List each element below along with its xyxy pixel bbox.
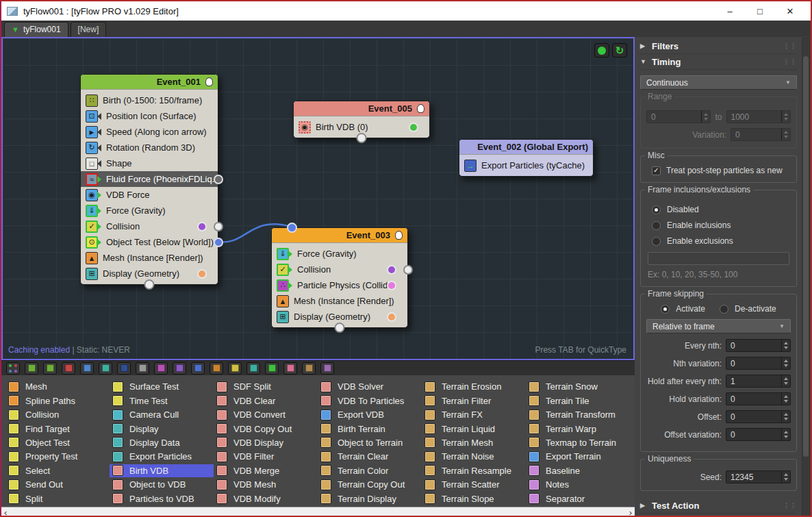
depot-item[interactable]: VDB Solver xyxy=(318,380,422,393)
value-spinner[interactable]: 0 xyxy=(726,339,791,352)
value-spinner[interactable]: 0 xyxy=(726,357,791,370)
depot-item[interactable]: VDB Copy Out xyxy=(214,422,318,435)
depot-item[interactable]: Property Test xyxy=(5,450,110,463)
depot-item[interactable]: Notes xyxy=(526,478,630,491)
event-node-header[interactable]: Event_005 xyxy=(294,101,429,116)
enable-inclusions-radio[interactable] xyxy=(652,221,661,230)
depot-item[interactable]: Terrain Copy Out xyxy=(318,478,422,491)
operator-row[interactable]: □Shape xyxy=(81,155,218,171)
maximize-button[interactable]: □ xyxy=(745,2,775,20)
range-to-spinner[interactable]: 1000 xyxy=(726,110,791,123)
operator-output-port[interactable] xyxy=(409,123,418,132)
depot-category-button[interactable] xyxy=(99,362,112,375)
tab-new[interactable]: [New] xyxy=(71,22,107,37)
operator-row[interactable]: ∴Particle Physics (Collid... xyxy=(272,277,407,293)
event-output-port[interactable] xyxy=(214,175,223,184)
depot-item[interactable]: Mesh xyxy=(5,380,110,393)
depot-item[interactable]: Export VDB xyxy=(318,408,422,421)
depot-horizontal-scrollbar[interactable]: ‹ › xyxy=(1,507,635,517)
depot-item[interactable]: Select xyxy=(5,464,110,477)
depot-item[interactable]: Birth Terrain xyxy=(318,422,422,435)
depot-item[interactable]: Terrain Filter xyxy=(422,394,526,407)
depot-item[interactable]: Birth VDB xyxy=(110,464,214,477)
frames-list-input[interactable] xyxy=(648,252,789,265)
operator-row[interactable]: ⊡Position Icon (Surface) xyxy=(81,108,218,124)
depot-category-button[interactable] xyxy=(154,362,168,375)
spinner-arrows-icon[interactable] xyxy=(781,375,790,387)
spinner-arrows-icon[interactable] xyxy=(781,129,790,140)
depot-item[interactable]: Find Target xyxy=(5,422,110,435)
operator-output-port[interactable] xyxy=(197,222,207,231)
depot-item[interactable]: SDF Split xyxy=(214,380,318,393)
depot-category-button[interactable] xyxy=(210,362,223,375)
event-node[interactable]: Event_003⇓Force (Gravity)✓Collision∴Part… xyxy=(271,227,408,328)
operator-output-port[interactable] xyxy=(387,281,396,290)
operator-row[interactable]: ∷Birth (0-1500: 150/frame) xyxy=(81,92,218,108)
node-editor-canvas[interactable]: Event_001∷Birth (0-1500: 150/frame)⊡Posi… xyxy=(1,37,635,360)
depot-item[interactable]: Terrain Tile xyxy=(526,394,630,407)
minimize-button[interactable]: – xyxy=(715,2,745,20)
depot-category-button[interactable] xyxy=(117,362,131,375)
operator-row[interactable]: ▲Mesh (Instance [Render]) xyxy=(81,250,218,266)
depot-item[interactable]: Spline Paths xyxy=(5,394,110,407)
depot-category-button[interactable] xyxy=(25,362,38,375)
scrollbar-handle[interactable] xyxy=(803,56,809,457)
depot-item[interactable]: Terrain Warp xyxy=(526,422,630,435)
depot-item[interactable]: Time Test xyxy=(110,394,214,407)
light-icon[interactable] xyxy=(205,77,213,86)
depot-item[interactable]: Object to Terrain xyxy=(318,436,422,449)
operator-output-port[interactable] xyxy=(387,265,396,275)
depot-item[interactable]: Terrain Erosion xyxy=(422,380,526,393)
enable-exclusions-radio[interactable] xyxy=(652,237,661,246)
depot-category-button[interactable] xyxy=(80,362,94,375)
frame-skipping-mode-dropdown[interactable]: Relative to frame ▼ xyxy=(646,319,791,333)
event-node-header[interactable]: Event_002 (Global Export) xyxy=(459,140,593,155)
depot-item[interactable]: Terrain Transform xyxy=(526,408,630,421)
depot-item[interactable]: VDB Mesh xyxy=(214,478,318,491)
operator-output-port[interactable] xyxy=(197,269,207,279)
depot-item[interactable]: Collision xyxy=(5,408,110,421)
activate-radio[interactable] xyxy=(661,305,670,314)
event-input-port[interactable] xyxy=(287,223,297,233)
value-spinner[interactable]: 0 xyxy=(726,392,791,405)
depot-category-button[interactable] xyxy=(173,362,186,375)
operator-row[interactable]: ✓Collision xyxy=(81,218,218,234)
depot-item[interactable]: VDB Convert xyxy=(214,408,318,421)
event-node[interactable]: Event_001∷Birth (0-1500: 150/frame)⊡Posi… xyxy=(80,74,218,285)
depot-category-button[interactable] xyxy=(265,362,279,375)
depot-category-button[interactable] xyxy=(43,362,57,375)
operator-row[interactable]: ⊙Object Test (Below [World]) xyxy=(81,234,218,250)
depot-item[interactable]: VDB Merge xyxy=(214,464,318,477)
panel-scrollbar[interactable] xyxy=(802,38,810,516)
depot-category-button[interactable] xyxy=(191,362,205,375)
operator-row[interactable]: ⇓Force (Gravity) xyxy=(272,246,407,262)
depot-category-button[interactable] xyxy=(228,362,242,375)
operator-output-port[interactable] xyxy=(387,312,396,322)
depot-category-button[interactable] xyxy=(136,362,149,375)
event-output-port[interactable] xyxy=(214,222,223,231)
depot-item[interactable]: Texmap to Terrain xyxy=(526,436,630,449)
event-bottom-port[interactable] xyxy=(335,323,345,333)
depot-item[interactable]: Terrain Mesh xyxy=(422,436,526,449)
depot-item[interactable]: Terrain Resample xyxy=(422,464,526,477)
tab-tyflow001[interactable]: ▼ tyFlow001 xyxy=(4,22,68,37)
depot-item[interactable]: Baseline xyxy=(526,464,630,477)
depot-category-button[interactable] xyxy=(302,362,316,375)
depot-category-button[interactable] xyxy=(283,362,297,375)
retime-refresh-button[interactable]: ↻ xyxy=(612,43,627,58)
depot-category-button[interactable] xyxy=(320,362,334,375)
value-spinner[interactable]: 0 xyxy=(726,428,791,441)
section-timing[interactable]: ▼ Timing ⋮⋮ xyxy=(640,54,797,70)
event-node-header[interactable]: Event_001 xyxy=(81,75,218,90)
depot-item[interactable]: Export Terrain xyxy=(526,450,630,463)
depot-item[interactable]: Terrain Display xyxy=(318,492,422,505)
section-filters[interactable]: ▶ Filters ⋮⋮ xyxy=(640,38,797,54)
range-variation-spinner[interactable]: 0 xyxy=(731,128,791,141)
operator-row[interactable]: ◉VDB Force xyxy=(81,187,218,203)
operator-row[interactable]: ↻Rotation (Random 3D) xyxy=(81,140,218,155)
depot-item[interactable]: Terrain Color xyxy=(318,464,422,477)
scroll-left-icon[interactable]: ‹ xyxy=(4,508,7,517)
depot-item[interactable]: Terrain FX xyxy=(422,408,526,421)
light-icon[interactable] xyxy=(395,231,403,240)
section-fluid-force[interactable]: ▼ Fluid Force ⋮⋮ xyxy=(640,514,797,517)
